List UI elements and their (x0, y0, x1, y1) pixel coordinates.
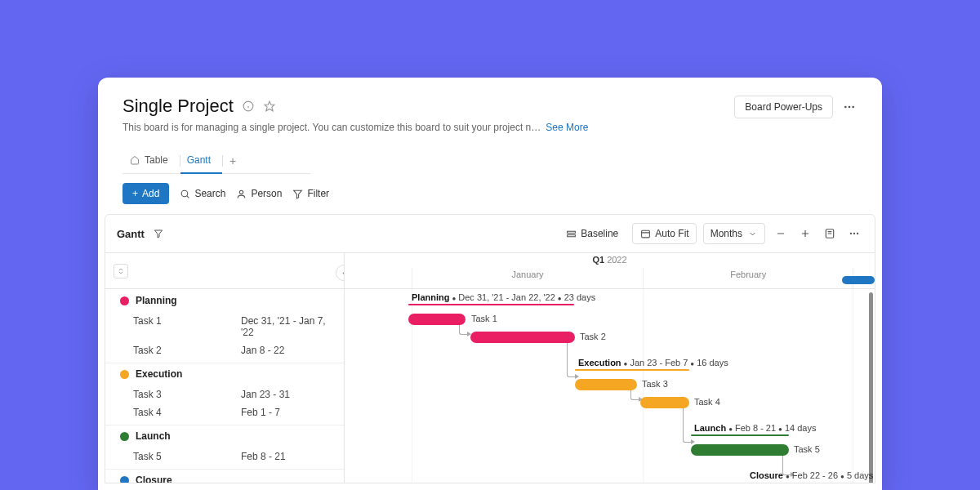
autofit-button[interactable]: Auto Fit (632, 223, 696, 244)
dependency-arrow (459, 325, 467, 335)
gantt-bar-task-2[interactable] (470, 332, 575, 343)
task-row[interactable]: Task 5 Feb 8 - 21 (105, 448, 344, 466)
gantt-header: Gantt Baseline Auto Fit (105, 215, 875, 253)
filter-icon[interactable] (153, 228, 164, 239)
gantt-bar-task-3[interactable] (575, 379, 637, 390)
svg-point-22 (850, 233, 852, 234)
more-icon[interactable] (845, 225, 863, 243)
baseline-button[interactable]: Baseline (558, 223, 626, 244)
svg-point-24 (857, 233, 858, 234)
svg-point-6 (852, 106, 854, 109)
task-date: Dec 31, '21 - Jan 7, '22 (241, 315, 329, 338)
phase-bar-planning[interactable] (408, 304, 574, 305)
group-color-dot (120, 296, 129, 305)
view-tabs: Table Gantt + (98, 148, 882, 175)
group-row-execution[interactable]: Execution (105, 363, 344, 385)
bar-label: Task 2 (580, 332, 606, 341)
svg-point-4 (844, 106, 847, 109)
gantt-widget: Gantt Baseline Auto Fit (105, 214, 875, 483)
group-row-launch[interactable]: Launch (105, 425, 344, 448)
task-name: Task 3 (133, 389, 241, 400)
month-col-pre (345, 268, 412, 288)
phase-label-execution: Execution●Jan 23 - Feb 7●16 days (578, 358, 728, 368)
export-icon[interactable] (821, 225, 839, 243)
see-more-link[interactable]: See More (546, 122, 588, 133)
tab-label: Gantt (187, 154, 211, 166)
page-header: Single Project This board is for managin… (98, 78, 882, 141)
app-window: Single Project This board is for managin… (98, 78, 882, 490)
month-col-feb: February (643, 268, 853, 288)
more-icon[interactable] (841, 99, 858, 115)
page-description: This board is for managing a single proj… (122, 122, 541, 133)
timeline-panel[interactable]: Q1 2022 January February (345, 253, 875, 483)
tab-gantt[interactable]: Gantt (180, 148, 222, 174)
task-date: Jan 23 - 31 (241, 389, 329, 400)
autofit-icon (639, 228, 651, 239)
add-button[interactable]: + Add (122, 183, 169, 204)
group-name: Execution (136, 368, 182, 380)
task-row[interactable]: Task 1 Dec 31, '21 - Jan 7, '22 (105, 312, 344, 341)
add-view-button[interactable]: + (223, 151, 243, 171)
dependency-arrow (567, 343, 575, 377)
task-row[interactable]: Task 3 Jan 23 - 31 (105, 385, 344, 403)
baseline-label: Baseline (581, 228, 618, 239)
collapse-all-icon[interactable] (114, 264, 128, 278)
board-toolbar: + Add Search Person Filter (98, 175, 882, 214)
add-label: Add (142, 188, 159, 199)
gantt-body: Planning Task 1 Dec 31, '21 - Jan 7, '22… (105, 253, 875, 483)
task-list: Planning Task 1 Dec 31, '21 - Jan 7, '22… (105, 289, 344, 483)
phase-bar-execution[interactable] (575, 369, 689, 371)
bar-label: Task 5 (794, 444, 820, 454)
group-row-closure[interactable]: Closure (105, 469, 344, 483)
zoom-out-button[interactable] (772, 225, 790, 243)
header-right: Board Power-Ups (734, 96, 858, 118)
scale-select[interactable]: Months (703, 223, 765, 244)
home-icon (129, 154, 140, 166)
filter-icon (292, 188, 303, 199)
group-color-dot (120, 476, 129, 483)
svg-marker-11 (154, 230, 162, 238)
zoom-in-button[interactable] (796, 225, 814, 243)
page-title: Single Project (122, 96, 234, 117)
phase-bar-launch[interactable] (691, 434, 789, 436)
group-row-planning[interactable]: Planning (105, 289, 344, 312)
phase-label-planning: Planning●Dec 31, '21 - Jan 22, '22●23 da… (412, 292, 595, 302)
baseline-icon (565, 228, 577, 239)
task-name: Task 5 (133, 451, 241, 462)
svg-point-7 (181, 190, 188, 197)
svg-rect-14 (641, 230, 649, 238)
gantt-title: Gantt (117, 228, 145, 240)
task-list-header (105, 253, 344, 289)
gantt-bar-task-1[interactable] (408, 314, 466, 325)
svg-marker-10 (294, 190, 302, 198)
svg-point-5 (849, 106, 851, 109)
task-row[interactable]: Task 2 Jan 8 - 22 (105, 341, 344, 359)
search-icon (179, 188, 190, 199)
gantt-bar-task-5[interactable] (691, 444, 789, 456)
svg-line-8 (187, 195, 189, 198)
person-button[interactable]: Person (235, 188, 282, 199)
star-icon[interactable] (263, 100, 276, 113)
gantt-bar-task-4[interactable] (640, 397, 689, 408)
task-name: Task 1 (133, 315, 241, 338)
timeline-body: Planning●Dec 31, '21 - Jan 22, '22●23 da… (345, 289, 875, 483)
tab-table[interactable]: Table (122, 148, 180, 174)
board-powerups-button[interactable]: Board Power-Ups (734, 96, 833, 118)
scale-label: Months (710, 228, 742, 239)
timeline-header: Q1 2022 January February (345, 253, 875, 289)
group-color-dot (120, 432, 129, 441)
info-icon[interactable] (242, 100, 255, 113)
autofit-label: Auto Fit (655, 228, 688, 239)
collapse-panel-icon[interactable] (336, 265, 345, 281)
task-name: Task 4 (133, 407, 241, 418)
task-row[interactable]: Task 4 Feb 1 - 7 (105, 403, 344, 421)
filter-button[interactable]: Filter (292, 188, 329, 199)
task-list-panel: Planning Task 1 Dec 31, '21 - Jan 7, '22… (105, 253, 345, 483)
month-col-jan: January (412, 268, 643, 288)
scrollbar[interactable] (869, 292, 873, 483)
group-name: Launch (136, 430, 171, 442)
dependency-arrow (630, 390, 639, 400)
svg-point-9 (239, 190, 243, 194)
today-indicator-bar (842, 276, 875, 284)
search-button[interactable]: Search (179, 188, 225, 199)
